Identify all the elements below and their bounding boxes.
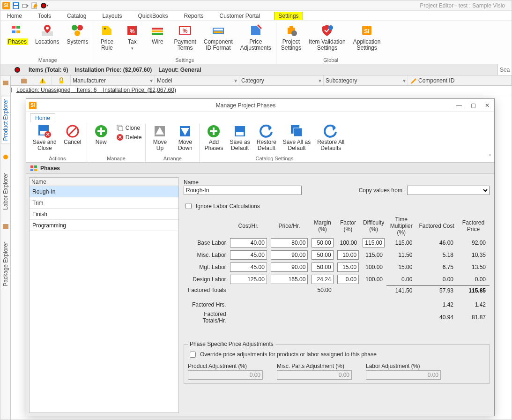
clone-button[interactable]: Clone bbox=[116, 124, 142, 132]
tab-settings[interactable]: Settings bbox=[274, 12, 303, 20]
minimize-button[interactable]: — bbox=[452, 99, 466, 112]
margin-input[interactable] bbox=[312, 238, 333, 248]
tab-customer-portal[interactable]: Customer Portal bbox=[218, 12, 262, 20]
col-component-id[interactable]: Component ID bbox=[408, 75, 512, 85]
save-and-close-button[interactable]: ✕Save and Close bbox=[32, 123, 58, 152]
factor-input[interactable] bbox=[337, 275, 359, 284]
rail-labor-explorer[interactable]: Labor Explorer bbox=[1, 170, 10, 213]
time-mult-value: 115.00 bbox=[386, 237, 416, 249]
margin-input[interactable] bbox=[312, 250, 333, 260]
factor-input[interactable] bbox=[337, 250, 359, 260]
tab-home[interactable]: Home bbox=[5, 12, 24, 20]
cancel-button[interactable]: Cancel bbox=[62, 123, 83, 146]
ribbon-systems-button[interactable]: Systems bbox=[65, 22, 90, 57]
svg-text:%: % bbox=[183, 28, 188, 34]
fcost-value: 5.18 bbox=[416, 249, 457, 261]
ribbon-wire-button[interactable]: Wire bbox=[147, 22, 168, 57]
edit-icon[interactable] bbox=[30, 1, 39, 10]
ribbon-item-validation-button[interactable]: Item Validation Settings bbox=[307, 22, 348, 57]
margin-input[interactable] bbox=[312, 275, 333, 284]
ignore-labor-checkbox[interactable] bbox=[186, 203, 192, 209]
tab-quickbooks[interactable]: QuickBooks bbox=[136, 12, 170, 20]
ribbon-group-global-label: Global bbox=[279, 57, 383, 64]
payment-terms-icon: % bbox=[178, 23, 193, 38]
tab-tools[interactable]: Tools bbox=[36, 12, 53, 20]
hdr-margin: Margin (%) bbox=[310, 215, 335, 237]
save-all-default-button[interactable]: Save All as Default bbox=[282, 123, 312, 152]
move-down-icon bbox=[178, 124, 192, 138]
filter-icon[interactable]: ▾ bbox=[403, 77, 406, 84]
maximize-button[interactable]: ▢ bbox=[466, 99, 480, 112]
cost-input[interactable] bbox=[230, 238, 267, 248]
new-button[interactable]: New bbox=[91, 123, 111, 146]
move-up-button[interactable]: Move Up bbox=[149, 123, 170, 152]
col-icon-lock[interactable] bbox=[52, 75, 71, 85]
rail-product-explorer[interactable]: Product Explorer bbox=[1, 96, 10, 144]
cost-input[interactable] bbox=[230, 275, 267, 284]
record-status-icon bbox=[15, 67, 20, 73]
cost-input[interactable] bbox=[230, 250, 267, 260]
margin-input[interactable] bbox=[312, 262, 333, 272]
filter-icon[interactable]: ▾ bbox=[234, 77, 237, 84]
restore-all-defaults-button[interactable]: Restore All Defaults bbox=[316, 123, 345, 152]
record-icon[interactable]: ▾ bbox=[40, 1, 48, 10]
col-icon-box[interactable] bbox=[15, 75, 33, 85]
phase-item-rough-in[interactable]: Rough-In bbox=[30, 186, 178, 197]
ribbon-price-adjustments-button[interactable]: Price Adjustments bbox=[238, 22, 273, 57]
factor-input[interactable] bbox=[337, 262, 359, 272]
phase-item-programming[interactable]: Programming bbox=[30, 220, 178, 231]
svg-rect-55 bbox=[210, 130, 217, 132]
hdr-fcost: Factored Cost bbox=[416, 215, 457, 237]
phase-name-input[interactable] bbox=[184, 186, 302, 195]
ribbon-app-settings-button[interactable]: SIApplication Settings bbox=[351, 22, 383, 57]
phases-list-header[interactable]: Name bbox=[30, 178, 178, 186]
copy-values-select[interactable] bbox=[407, 186, 490, 195]
save-icon[interactable] bbox=[12, 1, 20, 10]
ribbon-collapse-toggle[interactable]: ˄ bbox=[489, 154, 491, 160]
delete-button[interactable]: ✕Delete bbox=[116, 134, 142, 141]
phase-item-trim[interactable]: Trim bbox=[30, 197, 178, 209]
price-input[interactable] bbox=[271, 238, 308, 248]
filter-icon[interactable]: ▾ bbox=[319, 77, 321, 84]
col-manufacturer[interactable]: Manufacturer▾ bbox=[71, 75, 155, 85]
location-group-row[interactable]: - Location: Unassigned Items: 6 Installa… bbox=[0, 86, 512, 94]
ribbon-component-id-button[interactable]: Component ID Format bbox=[202, 22, 235, 57]
col-model[interactable]: Model▾ bbox=[155, 75, 239, 85]
dialog-tab-home[interactable]: Home bbox=[30, 113, 55, 122]
col-category[interactable]: Category▾ bbox=[239, 75, 324, 85]
ribbon-payment-terms-button[interactable]: %Payment Terms bbox=[172, 22, 198, 57]
ribbon-price-rule-button[interactable]: Price Rule bbox=[96, 22, 118, 57]
ribbon-phases-button[interactable]: Phases bbox=[5, 22, 30, 57]
svg-rect-60 bbox=[30, 165, 33, 168]
close-button[interactable]: ✕ bbox=[480, 99, 494, 112]
search-input[interactable]: Sea bbox=[497, 64, 512, 75]
phase-item-finish[interactable]: Finish bbox=[30, 209, 178, 220]
price-input[interactable] bbox=[271, 275, 308, 284]
fhrs-label: Factored Hrs. bbox=[184, 300, 228, 309]
time-mult-value: 15.00 bbox=[386, 261, 416, 273]
ribbon-project-settings-button[interactable]: Project Settings bbox=[279, 22, 303, 57]
edit-pencil-icon bbox=[410, 77, 416, 84]
dialog-group-arrange-label: Arrange bbox=[149, 156, 195, 162]
add-phases-button[interactable]: Add Phases bbox=[203, 123, 224, 152]
tab-layouts[interactable]: Layouts bbox=[100, 12, 124, 20]
tag-icon[interactable] bbox=[21, 1, 30, 10]
override-adjustments-checkbox[interactable] bbox=[190, 352, 196, 358]
move-down-button[interactable]: Move Down bbox=[175, 123, 195, 152]
ribbon-tax-button[interactable]: %Tax▾ bbox=[121, 22, 143, 57]
fprice-value: 0.00 bbox=[457, 273, 490, 285]
phases-header-icon bbox=[30, 165, 37, 172]
price-input[interactable] bbox=[271, 250, 308, 260]
ribbon-locations-button[interactable]: Locations bbox=[33, 22, 61, 57]
tab-catalog[interactable]: Catalog bbox=[65, 12, 88, 20]
difficulty-input[interactable] bbox=[363, 238, 385, 248]
save-as-default-button[interactable]: Save as Default bbox=[229, 123, 251, 152]
col-icon-warn[interactable]: ! bbox=[33, 75, 52, 85]
col-subcategory[interactable]: Subcategory▾ bbox=[324, 75, 408, 85]
price-input[interactable] bbox=[271, 262, 308, 272]
cost-input[interactable] bbox=[230, 262, 267, 272]
rail-package-explorer[interactable]: Package Explorer bbox=[1, 239, 10, 289]
filter-icon[interactable]: ▾ bbox=[150, 77, 153, 84]
tab-reports[interactable]: Reports bbox=[182, 12, 205, 20]
restore-default-button[interactable]: Restore Default bbox=[256, 123, 277, 152]
